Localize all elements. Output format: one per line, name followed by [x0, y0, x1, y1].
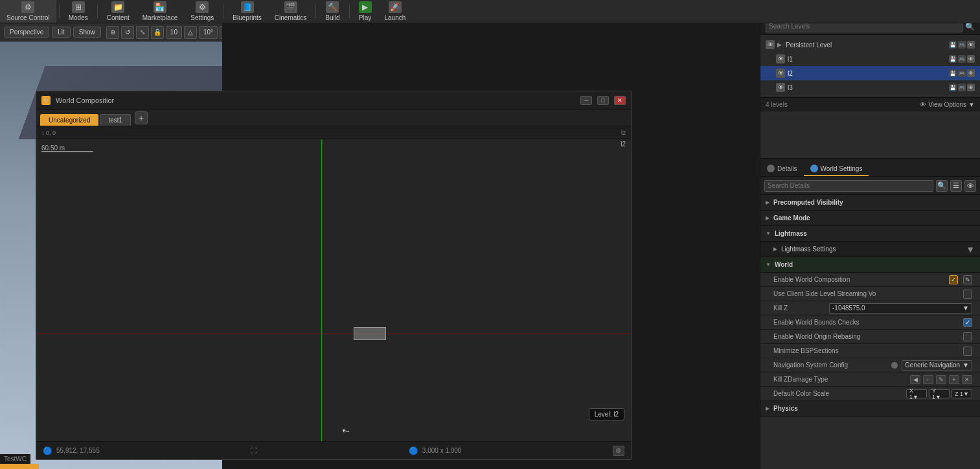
default-color-z[interactable]: Z 1▼ [952, 389, 972, 398]
chevron-down-icon: ▼ [968, 101, 975, 108]
enable-world-composition-checkbox[interactable]: ✓ [949, 275, 958, 284]
lightmass-expand-icon[interactable]: ▼ [966, 244, 975, 255]
wc-green-vline [321, 139, 322, 441]
toolbar-settings[interactable]: ⚙ Settings [184, 0, 220, 23]
level-l1-vis[interactable]: 👁 [967, 55, 975, 63]
snap-icon[interactable]: 🔒 [151, 26, 164, 39]
toolbar-cinematics[interactable]: 🎬 Cinematics [268, 0, 313, 23]
wc-level-badge: Level: l2 [589, 408, 624, 420]
level-l2-vis[interactable]: 👁 [967, 69, 975, 77]
wc-tab-uncategorized[interactable]: Uncategorized [40, 114, 98, 126]
wc-scale-line [41, 151, 93, 152]
level-row-l3[interactable]: 👁 l3 💾 🎮 👁 [760, 80, 980, 95]
enable-world-composition-edit[interactable]: ✎ [963, 275, 972, 284]
kill-z-value[interactable]: -1048575.0 ▼ [829, 303, 972, 314]
wc-selected-tile[interactable] [354, 327, 386, 340]
kill-zdmg-add[interactable]: ← [923, 375, 933, 384]
details-search: 🔍 ☰ 👁 [760, 177, 980, 195]
details-search-btn[interactable]: 🔍 [936, 180, 948, 192]
marketplace-icon: 🏪 [154, 1, 166, 13]
level-l1-save[interactable]: 💾 [949, 55, 957, 63]
prop-enable-world-origin: Enable World Origin Rebasing [760, 330, 980, 344]
scale-snap-icon[interactable]: ⊡ [220, 26, 222, 39]
angle-value[interactable]: 10° [199, 26, 218, 39]
tab-details[interactable]: Details [760, 162, 804, 176]
level-eye-l3[interactable]: 👁 [776, 83, 785, 92]
toolbar-play[interactable]: ▶ Play [352, 0, 378, 23]
level-l2-play[interactable]: 🎮 [958, 69, 966, 77]
grid-snap-value[interactable]: 10 [166, 26, 182, 39]
level-l3-save[interactable]: 💾 [949, 84, 957, 91]
section-lightmass-settings[interactable]: ▶ Lightmass Settings ▼ [760, 242, 980, 257]
details-list-view-btn[interactable]: ☰ [950, 180, 962, 192]
show-btn[interactable]: Show [73, 27, 101, 38]
toolbar-content[interactable]: 📁 Content [100, 0, 136, 23]
wc-statusbar: 🔵 55,912, 17,555 ⛶ 🔵 3,000 x 1,000 ⚙ [36, 441, 631, 459]
scale-icon[interactable]: ⤡ [136, 26, 149, 39]
wc-canvas-area[interactable]: 60.50 m l2 ↖ Level: l2 [36, 139, 631, 441]
section-physics[interactable]: ▶ Physics [760, 401, 980, 417]
level-l3-play[interactable]: 🎮 [958, 84, 966, 91]
wc-minimize-btn[interactable]: ─ [580, 96, 592, 105]
toolbar-launch[interactable]: 🚀 Launch [378, 0, 413, 23]
kill-zdmg-add2[interactable]: + [949, 375, 959, 384]
lit-btn[interactable]: Lit [52, 27, 71, 38]
toolbar-modes[interactable]: ⊞ Modes [62, 0, 95, 23]
kill-zdmg-edit[interactable]: ✎ [936, 375, 946, 384]
wc-tab-test1[interactable]: test1 [100, 114, 131, 126]
level-play-icon[interactable]: 🎮 [958, 41, 966, 49]
minimize-bsp-checkbox[interactable] [963, 347, 972, 356]
level-l2-save[interactable]: 💾 [949, 69, 957, 77]
wc-restore-btn[interactable]: □ [597, 96, 609, 105]
rotate-icon[interactable]: ↺ [121, 26, 134, 39]
wc-tab-add[interactable]: + [135, 111, 148, 124]
use-client-side-checkbox[interactable] [963, 290, 972, 299]
angle-icon[interactable]: △ [184, 26, 197, 39]
level-row-l1[interactable]: 👁 l1 💾 🎮 👁 [760, 52, 980, 66]
view-options-btn[interactable]: 👁 View Options ▼ [920, 101, 975, 108]
kill-zdmg-label: Kill ZDamage Type [773, 376, 839, 383]
default-color-x[interactable]: X 1▼ [906, 389, 927, 398]
enable-world-bounds-label: Enable World Bounds Checks [773, 319, 959, 326]
section-precomputed-visibility[interactable]: ▶ Precomputed Visibility [760, 195, 980, 211]
level-eye-persistent[interactable]: 👁 [766, 40, 775, 49]
section-lightmass[interactable]: ▼ Lightmass [760, 226, 980, 242]
toolbar-sep-3 [223, 5, 223, 18]
toolbar-source-control[interactable]: ⚙ Source Control [0, 0, 56, 23]
prop-kill-zdmg: Kill ZDamage Type ◀ ← ✎ + ✕ [760, 372, 980, 387]
level-icons-l2: 💾 🎮 👁 [949, 69, 975, 77]
details-tab-icon [767, 165, 775, 172]
level-eye-l2[interactable]: 👁 [776, 69, 785, 78]
section-game-mode[interactable]: ▶ Game Mode [760, 211, 980, 226]
perspective-btn[interactable]: Perspective [4, 27, 49, 38]
level-expand-persistent[interactable]: ▶ [777, 41, 782, 48]
toolbar-sep-5 [349, 5, 350, 18]
nav-system-dropdown[interactable]: Generic Navigation ▼ [902, 360, 972, 371]
enable-world-origin-checkbox[interactable] [963, 332, 972, 341]
default-color-y[interactable]: Y 1▼ [929, 389, 950, 398]
tab-world-settings[interactable]: World Settings [804, 162, 869, 176]
translate-icon[interactable]: ⊕ [106, 26, 119, 39]
level-row-persistent[interactable]: 👁 ▶ Persistent Level 💾 🎮 👁 [760, 38, 980, 52]
level-save-icon[interactable]: 💾 [949, 41, 957, 49]
wc-coords: 55,912, 17,555 [56, 447, 100, 454]
details-tabs: Details World Settings [760, 159, 980, 177]
prop-use-client-side: Use Client Side Level Streaming Vo [760, 287, 980, 301]
toolbar-build[interactable]: 🔨 Build [319, 0, 346, 23]
section-world[interactable]: ▼ World [760, 257, 980, 273]
wc-close-btn[interactable]: ✕ [614, 96, 626, 105]
level-row-l2[interactable]: 👁 l2 💾 🎮 👁 [760, 66, 980, 80]
level-vis-icon[interactable]: 👁 [967, 41, 975, 49]
toolbar-marketplace[interactable]: 🏪 Marketplace [136, 0, 184, 23]
enable-world-bounds-checkbox[interactable]: ✓ [963, 318, 972, 327]
level-eye-l1[interactable]: 👁 [776, 54, 785, 63]
level-l1-play[interactable]: 🎮 [958, 55, 966, 63]
kill-zdmg-remove[interactable]: ✕ [962, 375, 972, 384]
details-search-input[interactable] [764, 180, 933, 192]
default-color-label: Default Color Scale [773, 390, 902, 397]
level-l3-vis[interactable]: 👁 [967, 84, 975, 91]
toolbar-blueprints[interactable]: 📘 Blueprints [226, 0, 268, 23]
details-eye-btn[interactable]: 👁 [964, 180, 976, 192]
wc-settings-btn[interactable]: ⚙ [613, 446, 624, 456]
kill-zdmg-arrow-left[interactable]: ◀ [910, 375, 920, 384]
